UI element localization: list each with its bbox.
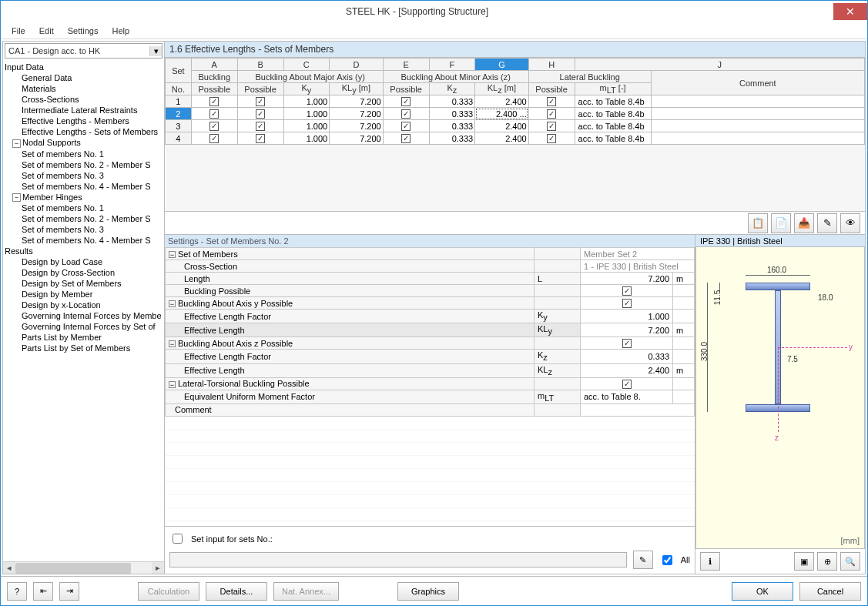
tree-som3b[interactable]: Set of members No. 3: [3, 224, 164, 235]
close-button[interactable]: ✕: [833, 3, 867, 20]
tree-dsm[interactable]: Design by Set of Members: [3, 278, 164, 289]
tree-dlc[interactable]: Design by Load Case: [3, 256, 164, 267]
members-grid[interactable]: Set A B C D E F G H J Buckling Buckling …: [165, 58, 865, 212]
tree-plm[interactable]: Parts List by Member: [3, 332, 164, 343]
scroll-right-icon[interactable]: ▸: [152, 562, 164, 574]
collapse-icon[interactable]: −: [12, 139, 21, 148]
tree-som2[interactable]: Set of members No. 2 - Member S: [3, 159, 164, 170]
calculation-button[interactable]: Calculation: [138, 582, 199, 601]
checkbox-icon: [401, 122, 411, 131]
collapse-icon: −: [169, 300, 176, 307]
tree-general-data[interactable]: General Data: [3, 72, 164, 83]
set-input-field[interactable]: [169, 552, 627, 567]
checkbox-icon: [547, 97, 556, 106]
zoom-icon[interactable]: 🔍: [840, 552, 860, 571]
tree-ilr[interactable]: Intermediate Lateral Restraints: [3, 105, 164, 116]
tree-som3[interactable]: Set of members No. 3: [3, 170, 164, 181]
details-button[interactable]: Details...: [206, 582, 267, 601]
render-icon[interactable]: ▣: [794, 552, 814, 571]
ok-button[interactable]: OK: [732, 582, 793, 601]
checkbox-icon: [547, 122, 556, 131]
scroll-thumb[interactable]: [15, 563, 131, 574]
cancel-button[interactable]: Cancel: [799, 582, 861, 601]
checkbox-icon: [209, 122, 219, 131]
unit-label: [mm]: [841, 536, 860, 545]
checkbox-icon: [209, 134, 219, 143]
excel-export-icon[interactable]: 📄: [771, 213, 791, 233]
next-icon[interactable]: ⇥: [59, 582, 79, 601]
collapse-icon: −: [169, 381, 176, 388]
set-input-label: Set input for sets No.:: [191, 534, 273, 544]
table-row: 2 1.000 7.200 0.333 2.400 ... acc. to Ta…: [166, 108, 865, 120]
table-row: 1 1.000 7.200 0.333 2.400 acc. to Table …: [166, 95, 865, 108]
menu-settings[interactable]: Settings: [62, 25, 105, 37]
case-combo[interactable]: CA1 - Design acc. to HK ▾: [5, 43, 163, 59]
empty-rows: [165, 417, 695, 526]
checkbox-icon: [547, 109, 556, 119]
info-icon[interactable]: ℹ: [700, 552, 720, 571]
row-2-selected[interactable]: 2: [166, 108, 192, 120]
titlebar: STEEL HK - [Supporting Structure] ✕: [1, 1, 867, 22]
tree-som2b[interactable]: Set of members No. 2 - Member S: [3, 213, 164, 224]
tree-dxl[interactable]: Design by x-Location: [3, 300, 164, 310]
pick-members-icon[interactable]: ✎: [633, 551, 653, 569]
nav-tree[interactable]: Input Data General Data Materials Cross-…: [3, 60, 164, 561]
tree-dm[interactable]: Design by Member: [3, 289, 164, 300]
tree-gifs[interactable]: Governing Internal Forces by Set of: [3, 321, 164, 332]
axes-icon[interactable]: ⊕: [817, 552, 837, 571]
tree-results[interactable]: Results: [3, 246, 164, 256]
section-preview: 160.0 11.5 18.0 330.0 7.5 y z: [695, 246, 865, 549]
tree-som4b[interactable]: Set of members No. 4 - Member S: [3, 235, 164, 246]
tree-elm[interactable]: Effective Lengths - Members: [3, 116, 164, 126]
menu-help[interactable]: Help: [106, 25, 136, 37]
export-icon[interactable]: 📋: [748, 213, 768, 233]
tree-hscroll[interactable]: ◂ ▸: [3, 561, 164, 574]
set-input-checkbox[interactable]: [173, 534, 183, 544]
collapse-icon[interactable]: −: [12, 193, 21, 202]
checkbox-icon: [622, 299, 632, 308]
checkbox-icon: [622, 286, 632, 296]
all-checkbox[interactable]: [662, 555, 672, 565]
collapse-icon: −: [169, 251, 176, 258]
menu-file[interactable]: File: [5, 25, 32, 37]
tree-hinges[interactable]: −Member Hinges: [3, 192, 164, 203]
excel-import-icon[interactable]: 📥: [794, 213, 814, 233]
prev-icon[interactable]: ⇤: [33, 582, 53, 601]
tree-nodal[interactable]: −Nodal Supports: [3, 137, 164, 149]
eye-icon[interactable]: 👁: [840, 213, 860, 233]
grid-toolbar: 📋 📄 📥 ✎ 👁: [165, 212, 865, 235]
chevron-down-icon: ▾: [149, 46, 162, 56]
pick-icon[interactable]: ✎: [817, 213, 837, 233]
tree-elsm[interactable]: Effective Lengths - Sets of Members: [3, 126, 164, 137]
nat-annex-button[interactable]: Nat. Annex...: [273, 582, 339, 601]
cell-klz-editing[interactable]: 2.400 ...: [475, 108, 529, 120]
checkbox-icon: [401, 109, 411, 119]
tree-cross-sections[interactable]: Cross-Sections: [3, 94, 164, 105]
details-title: Settings - Set of Members No. 2: [165, 235, 695, 247]
help-icon[interactable]: ?: [7, 582, 27, 601]
scroll-left-icon[interactable]: ◂: [3, 562, 15, 574]
prop-klz-editing[interactable]: 2.400: [581, 363, 673, 377]
tree-som4[interactable]: Set of members No. 4 - Member S: [3, 181, 164, 192]
tree-gifm[interactable]: Governing Internal Forces by Membe: [3, 310, 164, 321]
graphics-button[interactable]: Graphics: [397, 582, 459, 601]
checkbox-icon: [622, 380, 632, 389]
tree-dcs[interactable]: Design by Cross-Section: [3, 267, 164, 278]
tree-materials[interactable]: Materials: [3, 83, 164, 94]
checkbox-icon: [256, 134, 265, 143]
tree-som1[interactable]: Set of members No. 1: [3, 149, 164, 159]
menu-edit[interactable]: Edit: [33, 25, 60, 37]
checkbox-icon: [622, 339, 632, 348]
checkbox-icon: [256, 109, 265, 119]
col-g-selected[interactable]: G: [475, 59, 529, 71]
tree-plsm[interactable]: Parts List by Set of Members: [3, 343, 164, 353]
preview-title: IPE 330 | British Steel: [695, 235, 865, 247]
tree-input-data[interactable]: Input Data: [3, 62, 164, 72]
property-grid[interactable]: −Set of MembersMember Set 2 Cross-Sectio…: [165, 247, 695, 417]
panel-title: 1.6 Effective Lengths - Sets of Members: [165, 42, 865, 58]
checkbox-icon: [401, 97, 411, 106]
checkbox-icon: [209, 109, 219, 119]
menubar: File Edit Settings Help: [1, 22, 867, 39]
tree-som1b[interactable]: Set of members No. 1: [3, 203, 164, 213]
checkbox-icon: [209, 97, 219, 106]
